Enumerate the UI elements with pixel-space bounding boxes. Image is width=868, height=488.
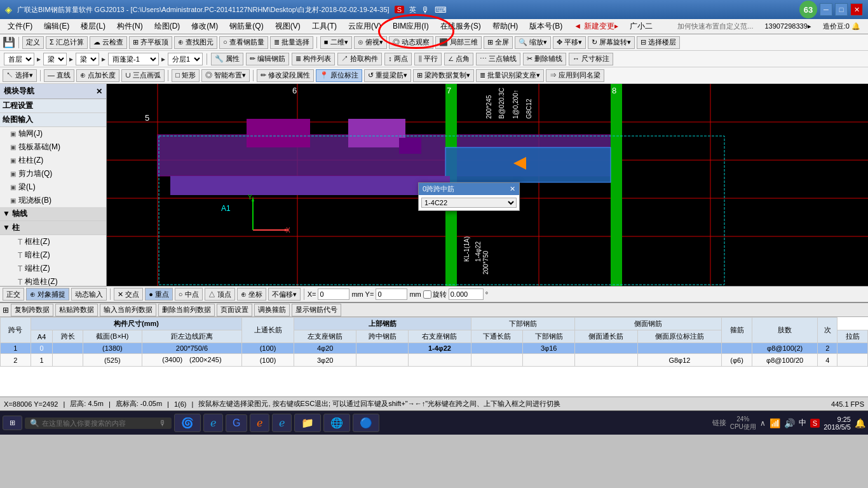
bc-parallel-button[interactable]: ∥ 平行 [414,53,442,65]
up-icon[interactable]: ∧ [760,419,766,428]
menu-online[interactable]: 在线服务(S) [435,20,486,33]
tb-copy-span-button[interactable]: ⊞ 梁跨数据复制▾ [413,69,474,82]
tb-show-rebar-code-button[interactable]: 显示钢筋代号 [292,304,341,316]
tb-paste-span-data-button[interactable]: 粘贴跨数据 [55,304,98,316]
menu-component[interactable]: 构件(N) [112,20,148,33]
tb-rect-button[interactable]: □ 矩形 [172,69,200,82]
menu-modify[interactable]: 修改(M) [186,20,223,33]
tb-del-col-data-button[interactable]: 删除当前列数据 [158,304,215,316]
taskbar-app-g[interactable]: G [226,414,247,432]
tb-pt-extend-button[interactable]: ⊕ 点加长度 [76,69,119,82]
taskbar-app-blue[interactable]: 🔵 [353,414,379,432]
tb-3pt-arc-button[interactable]: ∪ 三点画弧 [121,69,165,82]
st-vertex-button[interactable]: △ 顶点 [205,288,235,301]
tb-align-top-button[interactable]: ⊞ 齐平板顶 [129,36,172,49]
menu-help[interactable]: 帮助(H) [487,20,524,33]
floor-select[interactable]: 首层 二层 [4,53,34,65]
tb-smart-layout-button[interactable]: ◎ 智能布置▾ [201,69,250,82]
rotate-input[interactable] [449,288,484,300]
tb-view-rebar-button[interactable]: ○ 查看钢筋量 [219,36,268,49]
menu-new-change[interactable]: ◄ 新建变更▸ [569,20,623,33]
maximize-button[interactable]: □ [835,3,848,16]
minimize-button[interactable]: ─ [820,3,832,16]
tb-batch-select-button[interactable]: ≣ 批量选择 [270,36,313,49]
tb-local-3d-button[interactable]: ⬛ 局部三维 [435,36,482,49]
tb-define-button[interactable]: 定义 [22,36,44,49]
name-select[interactable]: 梁 [76,53,99,65]
tb-dynamic-obs-button[interactable]: ◎ 动态观察 [389,36,433,49]
sidebar-item-slab[interactable]: ▣ 现浇板(B) [0,194,106,207]
bc-edit-rebar-button[interactable]: ✏ 编辑钢筋 [246,53,289,65]
tb-zoom-button[interactable]: 🔍 缩放▾ [515,36,551,49]
tb-modify-seg-button[interactable]: ✏ 修改梁段属性 [257,69,314,82]
table-container[interactable]: 跨号 构件尺寸(mm) 上通长筋 上部钢筋 下部钢筋 侧面钢筋 箍筋 肢数 次 … [0,317,868,396]
clock-display[interactable]: 9:25 2018/5/5 [824,416,851,431]
bc-angle-button[interactable]: ∠ 点角 [444,53,473,65]
bc-del-aux-button[interactable]: ✂ 删除辅线 [523,53,566,65]
sidebar-close-icon[interactable]: ✕ [96,87,102,96]
tb-copy-span-data-button[interactable]: 复制跨数据 [11,304,53,316]
tb-2d-button[interactable]: ■ 二维▾ [320,36,352,49]
menu-tools[interactable]: 工具(T) [307,20,342,33]
bc-comp-list-button[interactable]: ≣ 构件列表 [292,53,335,65]
type-select[interactable]: 梁 [43,53,67,65]
tb-apply-same-button[interactable]: ⇒ 应用到同名梁 [546,69,604,82]
tb-orig-annot-button[interactable]: 📍 原位标注 [316,69,362,82]
menu-rebar-qty[interactable]: 钢筋量(Q) [224,20,268,33]
sidebar-item-endcol[interactable]: T 端柱(Z) [0,262,106,275]
tb-rotate-button[interactable]: ↻ 屏幕旋转▾ [588,36,635,49]
sidebar-item-axisnet[interactable]: ▣ 轴网(J) [0,127,106,140]
tb-select-button[interactable]: ↖ 选择▾ [3,69,37,82]
st-ortho-button[interactable]: 正交 [3,288,24,301]
bc-property-button[interactable]: 🔧 属性 [211,53,243,65]
st-intersect-button[interactable]: ✕ 交点 [114,288,143,301]
taskbar-app-1[interactable]: 🌀 [174,414,201,432]
sidebar-section-project[interactable]: 工程设置 [0,99,106,113]
st-snap-button[interactable]: ⊕ 对象捕捉 [26,288,69,301]
sidebar-item-pilecol[interactable]: ▣ 柱柱(Z) [0,154,106,167]
table-row[interactable]: 2 1 (525) (3400) (200×245) (100) 3φ20 G8… [1,354,868,367]
menu-version[interactable]: 版本号(B) [524,20,567,33]
taskbar-search-input[interactable] [42,419,156,427]
bc-two-pt-button[interactable]: ↕ 两点 [384,53,412,65]
canvas-area[interactable]: 5 6 7 8 A1 200*245 B@020.3C 1@0,200↑ G8C… [107,84,868,286]
sidebar-item-beam[interactable]: ▣ 梁(L) [0,180,106,194]
st-nooffset-button[interactable]: 不偏移▾ [268,288,301,301]
close-button[interactable]: ✕ [850,3,863,16]
menu-phone[interactable]: 13907298339▸ [759,21,816,32]
notif-icon[interactable]: 🔔 [855,418,865,428]
st-dynin-button[interactable]: 动态输入 [71,288,107,301]
menu-draw[interactable]: 绘图(D) [149,20,186,33]
tb-line-button[interactable]: — 直线 [44,69,74,82]
tb-pan-button[interactable]: ✥ 平移▾ [553,36,586,49]
taskbar-app-ie3[interactable]: ℯ [272,414,292,432]
sidebar-item-framecol[interactable]: T 框柱(Z) [0,235,106,248]
sidebar-section-col[interactable]: ▼ 柱 [0,221,106,235]
popup-value-select[interactable]: 1-4C22 2C25 3C20 [421,198,517,208]
table-row[interactable]: 1 0 (1380) 200*750/6 (100) 4φ20 1-4φ22 3… [1,343,868,354]
sidebar-item-raftbase[interactable]: ▣ 筏板基础(M) [0,140,106,154]
tb-swap-stirrup-button[interactable]: 调换箍筋 [254,304,290,316]
rain-select[interactable]: 雨蓬梁-1 [108,53,159,65]
sidebar-item-darkcol[interactable]: T 暗柱(Z) [0,248,106,262]
sidebar-item-shearwall[interactable]: ▣ 剪力墙(Q) [0,167,106,180]
bc-3pt-axis-button[interactable]: ⋯ 三点轴线 [476,53,520,65]
st-center-button[interactable]: ○ 中点 [175,288,203,301]
taskbar-app-folder[interactable]: 📁 [294,414,321,432]
menu-cloud[interactable]: 云应用(V) [343,20,386,33]
popup-close-icon[interactable]: ✕ [510,185,515,193]
sidebar-section-axis[interactable]: ▼ 轴线 [0,207,106,221]
bc-dim-button[interactable]: ↔ 尺寸标注 [569,53,613,65]
y-input[interactable] [376,288,407,300]
menu-edit[interactable]: 编辑(E) [39,20,74,33]
taskbar-app-ie2[interactable]: ℯ [250,414,269,432]
st-midpt-button[interactable]: ● 重点 [145,288,173,301]
tb-find-elem-button[interactable]: ⊕ 查找图元 [174,36,217,49]
tb-input-col-data-button[interactable]: 输入当前列数据 [100,304,156,316]
tb-select-floor-button[interactable]: ⊟ 选择楼层 [637,36,680,49]
menu-floor[interactable]: 楼层(L) [76,20,111,33]
popup-titlebar[interactable]: 0跨跨中筋 ✕ [419,183,519,195]
tb-calc-button[interactable]: Σ 汇总计算 [46,36,88,49]
tb-page-setup-button[interactable]: 页面设置 [217,304,252,316]
rotate-checkbox[interactable] [423,290,431,299]
